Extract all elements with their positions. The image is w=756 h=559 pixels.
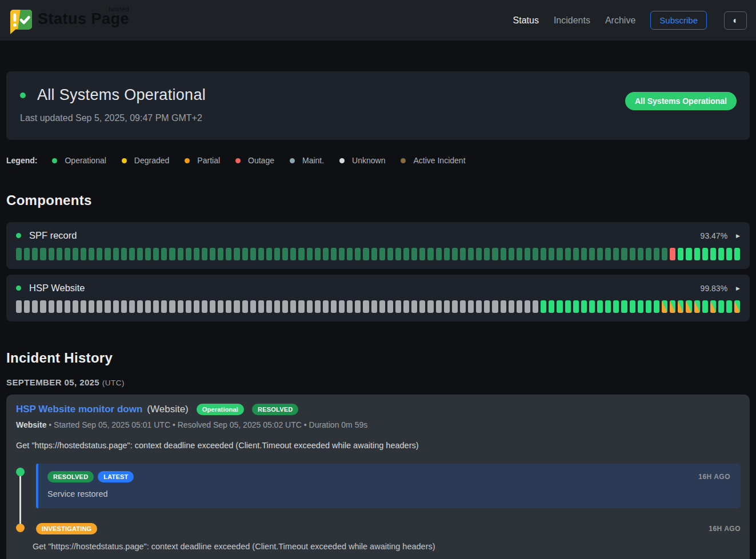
uptime-bar-ok_dim (169, 248, 175, 260)
resolved-badge: RESOLVED (47, 471, 94, 482)
uptime-bar-unknown (266, 300, 272, 313)
uptime-bar-unknown (226, 300, 231, 313)
incident-title-link[interactable]: HSP Website monitor down (16, 404, 142, 415)
uptime-bar-ok (726, 300, 732, 313)
contrast-icon: ◐ (733, 15, 738, 26)
uptime-bar-degraded (678, 300, 683, 313)
uptime-bar-ok_dim (339, 248, 345, 260)
uptime-bar-ok_dim (81, 248, 86, 260)
uptime-bar-ok (630, 300, 635, 313)
uptime-bar-ok_dim (194, 248, 199, 260)
partial-dot-icon (185, 158, 190, 163)
incident-component-suffix: (Website) (147, 404, 188, 415)
overall-status-title: All Systems Operational (37, 86, 206, 104)
unknown-dot-icon (339, 158, 345, 163)
nav-incidents[interactable]: Incidents (554, 15, 590, 26)
brand-name: Status Page (38, 10, 129, 27)
component-row-header[interactable]: HSP Website 99.83% ▶ (16, 283, 740, 293)
uptime-bar-ok (654, 300, 659, 313)
uptime-bar-ok (718, 248, 724, 260)
uptime-bar-ok_dim (73, 248, 78, 260)
update-timestamp: 16H AGO (709, 525, 741, 533)
nav-archive[interactable]: Archive (605, 15, 635, 26)
legend: Legend: Operational Degraded Partial Out… (6, 156, 750, 165)
uptime-bar-ok_dim (452, 248, 458, 260)
legend-item-partial: Partial (185, 156, 220, 165)
uptime-bar-unknown (258, 300, 264, 313)
uptime-bar-unknown (40, 300, 46, 313)
operational-dot-icon (52, 158, 57, 163)
uptime-bar-ok_dim (250, 248, 256, 260)
uptime-bar-ok (557, 300, 562, 313)
uptime-bar-ok (549, 300, 554, 313)
uptime-bar-down (670, 248, 675, 260)
uptime-bar-ok (718, 300, 724, 313)
uptime-bar-unknown (525, 300, 530, 313)
expand-chevron-icon[interactable]: ▶ (736, 233, 740, 239)
uptime-bar-unknown (194, 300, 199, 313)
uptime-bar-ok (541, 300, 546, 313)
uptime-bar-ok (726, 248, 732, 260)
uptime-bar-ok_dim (121, 248, 127, 260)
uptime-bar-unknown (210, 300, 215, 313)
uptime-bar-degraded (662, 300, 667, 313)
uptime-bar-ok (702, 248, 708, 260)
uptime-bar-ok_dim (210, 248, 215, 260)
uptime-bar-ok_dim (476, 248, 482, 260)
uptime-bar-ok_dim (662, 248, 667, 260)
uptime-bar-ok_dim (411, 248, 417, 260)
expand-chevron-icon[interactable]: ▶ (736, 285, 740, 291)
uptime-bar-unknown (460, 300, 466, 313)
theme-toggle-button[interactable]: ◐ (724, 11, 747, 30)
uptime-bar-ok_dim (638, 248, 643, 260)
uptime-bar-ok_dim (331, 248, 337, 260)
legend-item-outage: Outage (235, 156, 274, 165)
uptime-bar-ok_dim (129, 248, 135, 260)
uptime-bar-unknown (105, 300, 110, 313)
uptime-bar-unknown (65, 300, 70, 313)
uptime-bar-unknown (387, 300, 393, 313)
subscribe-button[interactable]: Subscribe (650, 11, 707, 30)
uptime-bar-ok_dim (597, 248, 603, 260)
uptime-bar-ok_dim (161, 248, 167, 260)
component-row-header[interactable]: SPF record 93.47% ▶ (16, 230, 740, 241)
legend-item-label: Outage (248, 156, 274, 165)
uptime-bar-unknown (161, 300, 167, 313)
incident-timeline: RESOLVED LATEST 16H AGO Service restored… (16, 464, 741, 551)
uptime-bar-unknown (234, 300, 239, 313)
uptime-bar-unknown (298, 300, 304, 313)
uptime-bar-ok_dim (347, 248, 353, 260)
uptime-bar-unknown (202, 300, 207, 313)
component-card-hsp-website: HSP Website 99.83% ▶ (6, 275, 750, 321)
status-dot-icon (20, 93, 26, 98)
uptime-bar-unknown (169, 300, 175, 313)
nav-status[interactable]: Status (513, 15, 539, 26)
uptime-bar-ok_dim (371, 248, 377, 260)
uptime-bar-ok_dim (282, 248, 288, 260)
uptime-bar-ok (613, 300, 619, 313)
legend-item-label: Degraded (134, 156, 170, 165)
component-status-dot-icon (16, 285, 21, 291)
incident-meta: Website • Started Sep 05, 2025 05:01 UTC… (16, 420, 741, 429)
uptime-bar-ok_dim (605, 248, 611, 260)
uptime-bar-unknown (323, 300, 329, 313)
uptime-bar-ok_dim (379, 248, 385, 260)
uptime-bar-unknown (419, 300, 425, 313)
uptime-bar-ok (638, 300, 643, 313)
uptime-bar-strip (16, 300, 740, 313)
active-incident-dot-icon (401, 158, 406, 163)
resolved-dot-icon (16, 468, 25, 476)
uptime-bar-ok (734, 248, 740, 260)
uptime-bar-ok_dim (525, 248, 530, 260)
brand-logo[interactable]: hosted Status Page (7, 5, 129, 37)
uptime-bar-ok_dim (654, 248, 659, 260)
uptime-bar-strip (16, 248, 740, 260)
legend-item-label: Operational (65, 156, 106, 165)
uptime-bar-ok_dim (581, 248, 587, 260)
legend-item-label: Active Incident (413, 156, 465, 165)
legend-item-operational: Operational (52, 156, 106, 165)
uptime-bar-ok_dim (24, 248, 30, 260)
uptime-bar-unknown (484, 300, 490, 313)
uptime-bar-unknown (501, 300, 506, 313)
uptime-bar-ok_dim (492, 248, 498, 260)
